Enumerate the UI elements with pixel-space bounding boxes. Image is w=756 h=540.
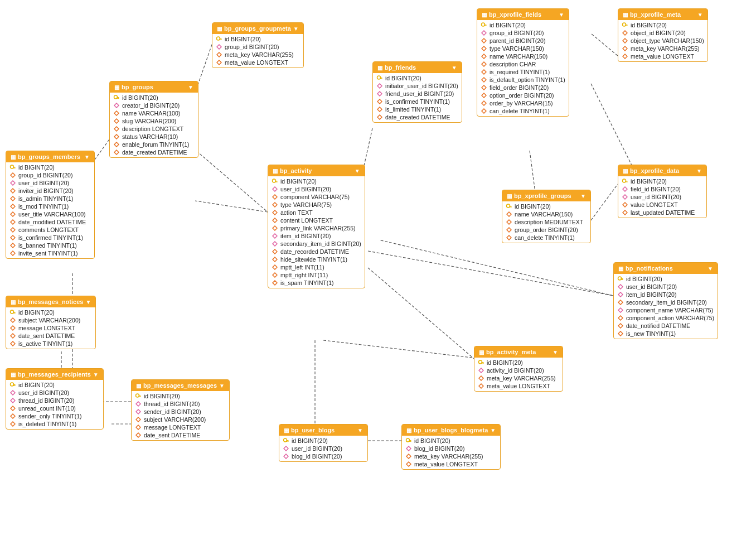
table-arrow-bp_notifications[interactable]: ▼ [707, 266, 713, 272]
table-arrow-bp_friends[interactable]: ▼ [452, 65, 457, 71]
table-arrow-bp_xprofile_groups[interactable]: ▼ [580, 193, 586, 199]
field-text: date_sent DATETIME [18, 332, 75, 339]
field-text: activity_id BIGINT(20) [487, 367, 544, 374]
table-header-bp_user_blogs_blogmeta[interactable]: ▦bp_user_blogs_blogmeta▼ [402, 425, 500, 436]
svg-marker-150 [11, 406, 15, 411]
field-icon [376, 98, 383, 105]
table-arrow-bp_groups[interactable]: ▼ [188, 84, 193, 90]
table-body-bp_xprofile_data: id BIGINT(20)field_id BIGINT(20)user_id … [618, 176, 706, 218]
table-header-bp_xprofile_fields[interactable]: ▦bp_xprofile_fields▼ [477, 9, 569, 20]
field-text: object_id BIGINT(20) [631, 30, 686, 36]
table-header-bp_messages_notices[interactable]: ▦bp_messages_notices▼ [6, 296, 95, 307]
table-arrow-bp_xprofile_data[interactable]: ▼ [696, 168, 702, 174]
table-title-bp_user_blogs: bp_user_blogs [291, 427, 335, 433]
field-row: is_active TINYINT(1) [6, 340, 95, 348]
svg-marker-51 [11, 243, 15, 248]
svg-rect-78 [626, 25, 628, 26]
field-icon [481, 61, 487, 68]
field-text: id BIGINT(20) [385, 75, 421, 81]
table-header-bp_activity[interactable]: ▦bp_activity▼ [268, 165, 365, 176]
table-header-bp_activity_meta[interactable]: ▦bp_activity_meta▼ [474, 346, 563, 358]
table-header-bp_notifications[interactable]: ▦bp_notifications▼ [614, 263, 718, 274]
fk-icon [272, 240, 278, 247]
field-text: creator_id BIGINT(20) [122, 102, 180, 109]
fk-icon [216, 44, 222, 50]
table-title-bp_groups_groupmeta: bp_groups_groupmeta [224, 25, 291, 32]
field-row: component_name VARCHAR(75) [614, 306, 718, 314]
table-header-bp_friends[interactable]: ▦bp_friends▼ [373, 62, 462, 73]
table-header-bp_messages_recipients[interactable]: ▦bp_messages_recipients▼ [6, 369, 103, 380]
table-body-bp_groups_groupmeta: id BIGINT(20)group_id BIGINT(20)meta_key… [212, 34, 303, 68]
svg-line-7 [530, 151, 535, 192]
table-arrow-bp_messages_recipients[interactable]: ▼ [93, 372, 99, 378]
table-arrow-bp_messages_notices[interactable]: ▼ [85, 299, 91, 305]
table-title-bp_messages_notices: bp_messages_notices [18, 298, 83, 305]
table-arrow-bp_groups_members[interactable]: ▼ [84, 154, 90, 160]
svg-marker-149 [11, 398, 15, 403]
table-title-bp_messages_recipients: bp_messages_recipients [18, 371, 91, 378]
field-row: id BIGINT(20) [6, 308, 95, 316]
field-icon [113, 118, 120, 124]
field-text: thread_id BIGINT(20) [18, 397, 74, 404]
table-body-bp_messages_messages: id BIGINT(20)thread_id BIGINT(20)sender_… [132, 391, 229, 440]
field-icon [622, 53, 628, 60]
table-arrow-bp_activity_meta[interactable]: ▼ [553, 349, 558, 355]
table-arrow-bp_activity[interactable]: ▼ [355, 168, 360, 174]
table-arrow-bp_xprofile_fields[interactable]: ▼ [559, 12, 564, 18]
svg-point-153 [136, 394, 139, 397]
table-header-bp_xprofile_groups[interactable]: ▦bp_xprofile_groups▼ [502, 190, 590, 201]
field-icon [376, 106, 383, 113]
svg-rect-41 [13, 168, 14, 169]
table-arrow-bp_messages_messages[interactable]: ▼ [219, 383, 225, 389]
table-header-bp_xprofile_meta[interactable]: ▦bp_xprofile_meta▼ [618, 9, 707, 20]
field-icon [506, 211, 512, 218]
svg-marker-71 [482, 70, 486, 74]
fk-icon [376, 90, 383, 97]
svg-marker-113 [273, 249, 277, 254]
field-text: id BIGINT(20) [122, 94, 158, 101]
svg-marker-35 [217, 45, 221, 49]
svg-line-8 [591, 84, 636, 173]
fk-icon [617, 307, 624, 314]
table-arrow-bp_groups_groupmeta[interactable]: ▼ [293, 26, 299, 32]
field-icon [9, 211, 16, 218]
field-row: value LONGTEXT [618, 201, 706, 209]
svg-point-125 [618, 277, 622, 280]
svg-rect-163 [287, 440, 289, 441]
table-header-bp_groups[interactable]: ▦bp_groups▼ [110, 81, 198, 93]
table-header-bp_user_blogs[interactable]: ▦bp_user_blogs▼ [279, 425, 367, 436]
field-row: group_id BIGINT(20) [212, 43, 303, 51]
field-text: type VARCHAR(150) [490, 45, 544, 52]
field-row: slug VARCHAR(200) [110, 117, 198, 125]
field-text: is_spam TINYINT(1) [280, 279, 334, 286]
field-text: order_by VARCHAR(15) [490, 100, 553, 107]
field-text: id BIGINT(20) [18, 309, 55, 316]
field-icon [272, 217, 278, 224]
field-text: user_title VARCHAR(100) [18, 211, 86, 218]
svg-rect-79 [627, 26, 628, 27]
table-title-bp_groups: bp_groups [122, 84, 153, 90]
field-text: action TEXT [280, 209, 313, 216]
table-header-bp_groups_groupmeta[interactable]: ▦bp_groups_groupmeta▼ [212, 23, 303, 34]
svg-marker-59 [377, 99, 382, 104]
svg-marker-25 [114, 111, 119, 115]
field-row: can_delete TINYINT(1) [477, 107, 569, 115]
table-header-bp_xprofile_data[interactable]: ▦bp_xprofile_data▼ [618, 165, 706, 176]
table-arrow-bp_user_blogs_blogmeta[interactable]: ▼ [490, 427, 496, 433]
table-title-bp_xprofile_meta: bp_xprofile_meta [630, 11, 681, 18]
table-bp_groups: ▦bp_groups▼id BIGINT(20)creator_id BIGIN… [109, 81, 198, 158]
svg-rect-156 [139, 397, 140, 398]
table-arrow-bp_user_blogs[interactable]: ▼ [357, 427, 363, 433]
key-icon [135, 393, 142, 399]
svg-marker-73 [482, 85, 486, 90]
svg-marker-50 [11, 235, 15, 240]
svg-rect-39 [13, 167, 16, 168]
table-icon-bp_user_blogs_blogmeta: ▦ [406, 427, 411, 433]
table-arrow-bp_xprofile_meta[interactable]: ▼ [697, 12, 703, 18]
field-icon [272, 201, 278, 208]
table-header-bp_groups_members[interactable]: ▦bp_groups_members▼ [6, 151, 94, 162]
table-header-bp_messages_messages[interactable]: ▦bp_messages_messages▼ [132, 380, 229, 391]
field-row: content LONGTEXT [268, 216, 365, 224]
svg-rect-119 [482, 362, 484, 363]
field-row: field_id BIGINT(20) [618, 185, 706, 193]
